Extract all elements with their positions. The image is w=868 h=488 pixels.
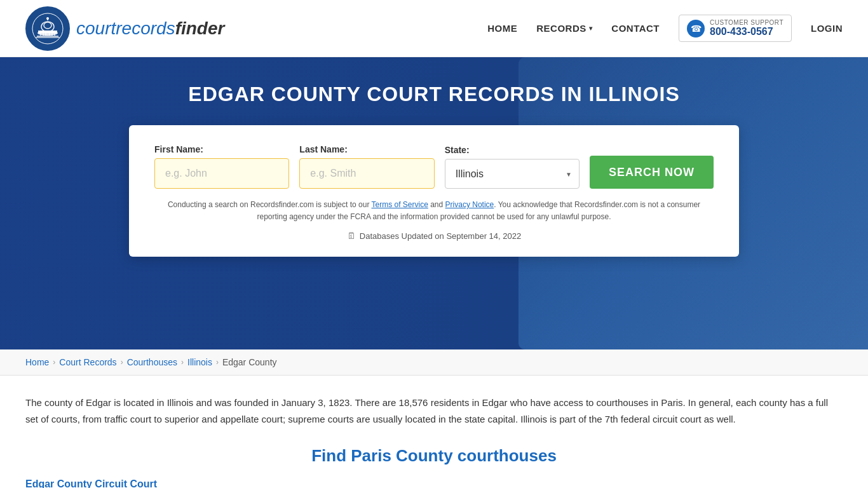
state-select[interactable]: Illinois Alabama Alaska Arizona Arkansas… [445,159,580,189]
support-text: CUSTOMER SUPPORT 800-433-0567 [710,19,783,37]
breadcrumb-home[interactable]: Home [25,357,49,367]
court-link[interactable]: Edgar County Circuit Court [25,478,157,488]
breadcrumb-sep-1: › [53,358,55,367]
logo-icon [25,6,70,51]
breadcrumb: Home › Court Records › Courthouses › Ill… [0,349,868,376]
nav-home[interactable]: HOME [487,23,517,34]
breadcrumb-sep-4: › [216,358,219,367]
state-group: State: Illinois Alabama Alaska Arizona A… [445,145,580,189]
nav-contact[interactable]: CONTACT [611,23,660,34]
svg-point-6 [46,17,49,20]
login-button[interactable]: LOGIN [811,23,843,34]
last-name-label: Last Name: [299,144,434,154]
search-card: First Name: Last Name: State: Illinois A… [129,125,739,257]
breadcrumb-illinois[interactable]: Illinois [187,357,212,367]
breadcrumb-current: Edgar County [222,357,277,367]
breadcrumb-sep-3: › [181,358,184,367]
disclaimer-text: Conducting a search on Recordsfinder.com… [154,199,714,223]
last-name-group: Last Name: [299,144,434,189]
privacy-link[interactable]: Privacy Notice [445,200,494,209]
tos-link[interactable]: Terms of Service [372,200,428,209]
main-content: The county of Edgar is located in Illino… [0,376,868,488]
breadcrumb-court-records[interactable]: Court Records [59,357,116,367]
calendar-icon: 🗓 [347,231,356,241]
section-title: Find Paris County courthouses [25,446,843,466]
search-button[interactable]: SEARCH NOW [590,156,714,189]
site-header: courtrecordsfinder HOME RECORDS ▾ CONTAC… [0,0,868,57]
first-name-input[interactable] [154,158,289,189]
logo-area[interactable]: courtrecordsfinder [25,6,224,51]
chevron-down-icon: ▾ [589,25,593,32]
search-fields: First Name: Last Name: State: Illinois A… [154,144,714,189]
breadcrumb-courthouses[interactable]: Courthouses [127,357,177,367]
svg-rect-14 [36,37,60,38]
breadcrumb-sep-2: › [121,358,123,367]
last-name-input[interactable] [299,158,434,189]
logo-text: courtrecordsfinder [76,18,224,39]
first-name-label: First Name: [154,144,289,154]
first-name-group: First Name: [154,144,289,189]
phone-icon: ☎ [687,20,705,37]
support-box[interactable]: ☎ CUSTOMER SUPPORT 800-433-0567 [679,15,792,42]
hero-section: EDGAR COUNTY COURT RECORDS IN ILLINOIS F… [0,57,868,349]
page-title: EDGAR COUNTY COURT RECORDS IN ILLINOIS [188,83,679,106]
intro-text: The county of Edgar is located in Illino… [25,395,843,427]
state-select-wrapper: Illinois Alabama Alaska Arizona Arkansas… [445,159,580,189]
db-update: 🗓 Databases Updated on September 14, 202… [154,231,714,241]
main-nav: HOME RECORDS ▾ CONTACT ☎ CUSTOMER SUPPOR… [487,15,843,42]
nav-records[interactable]: RECORDS ▾ [536,23,592,34]
svg-rect-13 [37,36,58,37]
state-label: State: [445,145,580,155]
